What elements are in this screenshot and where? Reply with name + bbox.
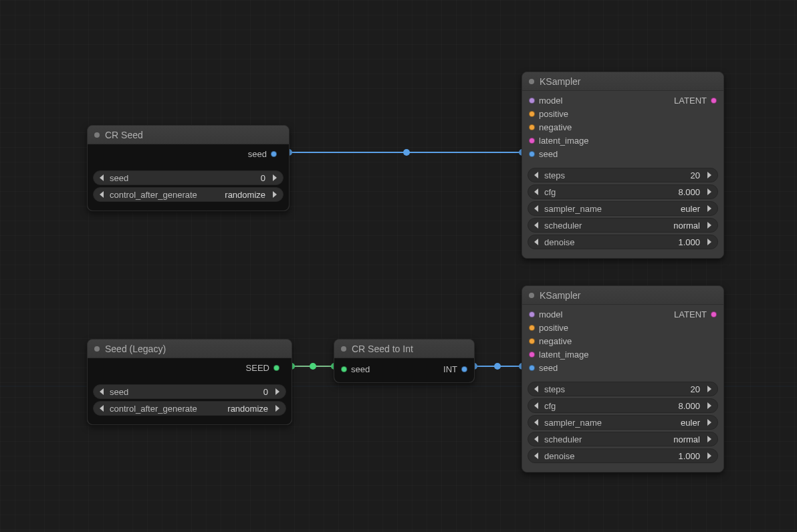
increment-arrow-icon[interactable] <box>271 386 283 398</box>
node-graph-canvas[interactable]: CR Seed seed seed 0 control_after_genera… <box>0 0 797 532</box>
decrement-arrow-icon[interactable] <box>531 383 543 395</box>
node-header[interactable]: CR Seed <box>88 126 289 144</box>
port-dot-icon[interactable] <box>529 151 535 157</box>
input-port-positive[interactable]: positive <box>529 107 592 120</box>
output-port-int[interactable]: INT <box>439 362 467 376</box>
increment-arrow-icon[interactable] <box>703 186 715 198</box>
port-dot-icon[interactable] <box>529 124 535 130</box>
node-header[interactable]: CR Seed to Int <box>334 340 474 358</box>
widget-steps[interactable]: steps 20 <box>528 168 718 182</box>
decrement-arrow-icon[interactable] <box>531 416 543 428</box>
port-dot-icon[interactable] <box>273 365 279 371</box>
node-header[interactable]: KSampler <box>522 286 723 305</box>
collapse-dot-icon[interactable] <box>529 79 534 84</box>
decrement-arrow-icon[interactable] <box>96 402 108 414</box>
widget-scheduler[interactable]: scheduler normal <box>528 218 718 233</box>
widget-value[interactable]: 8.000 <box>556 401 703 411</box>
decrement-arrow-icon[interactable] <box>531 400 543 412</box>
widget-value[interactable]: 20 <box>565 384 703 394</box>
widget-value[interactable]: 8.000 <box>556 187 703 197</box>
collapse-dot-icon[interactable] <box>94 346 100 352</box>
port-dot-icon[interactable] <box>271 151 277 157</box>
input-port-model[interactable]: model <box>529 94 592 107</box>
increment-arrow-icon[interactable] <box>703 400 715 412</box>
widget-denoise[interactable]: denoise 1.000 <box>528 235 718 249</box>
port-dot-icon[interactable] <box>529 138 535 144</box>
widget-cfg[interactable]: cfg 8.000 <box>528 398 718 413</box>
increment-arrow-icon[interactable] <box>271 402 283 414</box>
increment-arrow-icon[interactable] <box>703 433 715 445</box>
decrement-arrow-icon[interactable] <box>531 219 543 231</box>
node-ksampler-1[interactable]: KSampler model positive negative latent_… <box>522 72 724 259</box>
widget-value[interactable]: euler <box>602 418 703 428</box>
widget-value[interactable]: 1.000 <box>575 451 703 461</box>
decrement-arrow-icon[interactable] <box>531 236 543 248</box>
decrement-arrow-icon[interactable] <box>531 169 543 181</box>
node-seed-legacy[interactable]: Seed (Legacy) SEED seed 0 control_after_… <box>87 339 292 425</box>
increment-arrow-icon[interactable] <box>703 450 715 462</box>
collapse-dot-icon[interactable] <box>94 132 100 138</box>
widget-value[interactable]: euler <box>602 204 703 214</box>
widget-sampler-name[interactable]: sampler_name euler <box>528 201 718 216</box>
port-dot-icon[interactable] <box>529 111 535 117</box>
widget-value[interactable]: 1.000 <box>575 237 703 247</box>
widget-seed[interactable]: seed 0 <box>93 170 283 185</box>
widget-seed[interactable]: seed 0 <box>93 384 286 399</box>
port-dot-icon[interactable] <box>341 366 347 372</box>
port-dot-icon[interactable] <box>711 98 717 104</box>
node-header[interactable]: KSampler <box>522 72 723 91</box>
decrement-arrow-icon[interactable] <box>96 188 108 201</box>
widget-value[interactable]: normal <box>582 221 703 231</box>
port-dot-icon[interactable] <box>529 338 535 344</box>
decrement-arrow-icon[interactable] <box>531 203 543 215</box>
input-port-model[interactable]: model <box>529 307 592 321</box>
port-dot-icon[interactable] <box>529 311 535 317</box>
widget-sampler-name[interactable]: sampler_name euler <box>528 415 718 430</box>
widget-control-after-generate[interactable]: control_after_generate randomize <box>93 187 283 202</box>
node-cr-seed[interactable]: CR Seed seed seed 0 control_after_genera… <box>87 125 290 211</box>
input-port-seed[interactable]: seed <box>529 147 592 160</box>
decrement-arrow-icon[interactable] <box>531 450 543 462</box>
input-port-negative[interactable]: negative <box>529 334 592 348</box>
port-dot-icon[interactable] <box>529 352 535 358</box>
node-ksampler-2[interactable]: KSampler model positive negative latent_… <box>522 285 724 473</box>
widget-value[interactable]: normal <box>582 434 703 444</box>
increment-arrow-icon[interactable] <box>703 219 715 231</box>
input-port-positive[interactable]: positive <box>529 321 592 334</box>
decrement-arrow-icon[interactable] <box>96 172 108 184</box>
output-port-seed[interactable]: seed <box>94 147 282 160</box>
port-dot-icon[interactable] <box>529 98 535 104</box>
widget-denoise[interactable]: denoise 1.000 <box>528 448 718 463</box>
widget-value[interactable]: 0 <box>128 387 271 397</box>
widget-value[interactable]: 20 <box>565 170 703 180</box>
input-port-latent-image[interactable]: latent_image <box>529 348 592 361</box>
widget-value[interactable]: randomize <box>197 190 268 200</box>
input-port-seed[interactable]: seed <box>341 362 374 376</box>
increment-arrow-icon[interactable] <box>703 169 715 181</box>
collapse-dot-icon[interactable] <box>529 293 534 298</box>
node-cr-seed-to-int[interactable]: CR Seed to Int seed INT <box>334 339 475 383</box>
collapse-dot-icon[interactable] <box>341 346 346 352</box>
decrement-arrow-icon[interactable] <box>96 386 108 398</box>
input-port-negative[interactable]: negative <box>529 120 592 134</box>
widget-control-after-generate[interactable]: control_after_generate randomize <box>93 401 286 416</box>
input-port-seed[interactable]: seed <box>529 361 592 374</box>
output-port-latent[interactable]: LATENT <box>670 307 717 321</box>
increment-arrow-icon[interactable] <box>703 416 715 428</box>
widget-steps[interactable]: steps 20 <box>528 382 718 396</box>
port-dot-icon[interactable] <box>529 325 535 331</box>
widget-cfg[interactable]: cfg 8.000 <box>528 184 718 199</box>
increment-arrow-icon[interactable] <box>268 172 280 184</box>
decrement-arrow-icon[interactable] <box>531 186 543 198</box>
widget-scheduler[interactable]: scheduler normal <box>528 432 718 446</box>
input-port-latent-image[interactable]: latent_image <box>529 134 592 147</box>
output-port-latent[interactable]: LATENT <box>670 94 717 107</box>
widget-value[interactable]: randomize <box>197 404 271 414</box>
output-port-seed[interactable]: SEED <box>94 361 285 374</box>
increment-arrow-icon[interactable] <box>703 236 715 248</box>
increment-arrow-icon[interactable] <box>268 188 280 201</box>
widget-value[interactable]: 0 <box>128 173 268 183</box>
node-header[interactable]: Seed (Legacy) <box>88 340 292 358</box>
increment-arrow-icon[interactable] <box>703 203 715 215</box>
decrement-arrow-icon[interactable] <box>531 433 543 445</box>
